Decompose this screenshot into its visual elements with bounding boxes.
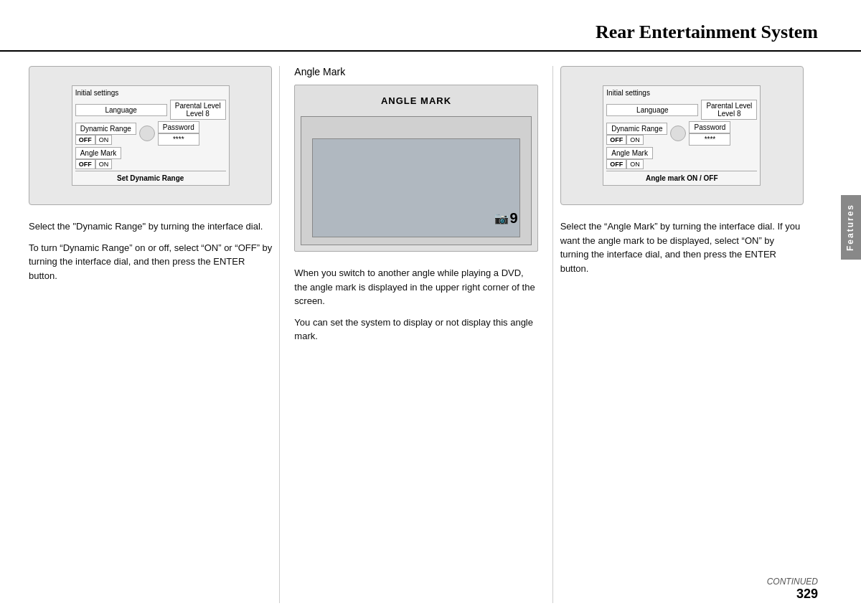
mid-heading: Angle Mark xyxy=(294,66,537,77)
left-col-group: Dynamic Range OFF ON xyxy=(75,123,136,145)
left-angle-group: Angle Mark OFF ON xyxy=(75,147,122,169)
page-header: Rear Entertainment System xyxy=(0,0,861,52)
right-dial xyxy=(670,125,686,141)
inner-screen xyxy=(312,138,519,237)
left-row-2: Dynamic Range OFF ON Password **** xyxy=(75,121,226,146)
left-off2-btn[interactable]: OFF xyxy=(75,159,95,169)
right-column: Initial settings Language Parental Level… xyxy=(553,66,832,603)
parental-cell: Parental Level Level 8 xyxy=(170,100,226,120)
left-para1: Select the "Dynamic Range" by turning th… xyxy=(29,219,272,234)
features-sidebar-tab: Features xyxy=(841,195,861,260)
left-password-label: Password xyxy=(158,121,199,133)
left-angle-label: Angle Mark xyxy=(75,147,122,159)
left-center-label: Set Dynamic Range xyxy=(75,174,226,182)
right-angle-label: Angle Mark xyxy=(606,147,653,159)
right-para1: Select the “Angle Mark” by turning the i… xyxy=(560,219,804,275)
parental-label: Parental Level xyxy=(175,102,221,110)
camera-icon: 📷 xyxy=(494,212,509,225)
left-row-1: Language Parental Level Level 8 xyxy=(75,100,226,120)
left-settings-panel: Initial settings Language Parental Level… xyxy=(72,85,230,186)
right-password-group: Password **** xyxy=(689,121,730,146)
right-settings-panel: Initial settings Language Parental Level… xyxy=(603,85,761,186)
right-off-btn[interactable]: OFF xyxy=(606,135,626,145)
right-off2-btn[interactable]: OFF xyxy=(606,159,626,169)
parental-value: Level 8 xyxy=(175,110,221,118)
left-on2-btn[interactable]: ON xyxy=(95,159,113,169)
right-toggle-group-2: OFF ON xyxy=(606,159,653,169)
angle-number: 9 xyxy=(510,210,518,227)
right-dynamic-range-cell: Dynamic Range xyxy=(606,123,667,135)
mid-screen-box: ANGLE MARK 📷 9 xyxy=(294,85,537,252)
right-on-btn[interactable]: ON xyxy=(626,135,644,145)
continued-label: CONTINUED xyxy=(767,577,818,587)
left-screen-box: Initial settings Language Parental Level… xyxy=(29,66,272,205)
left-column: Initial settings Language Parental Level… xyxy=(29,66,279,603)
right-col-group: Dynamic Range OFF ON xyxy=(606,123,667,145)
right-row-3: Angle Mark OFF ON xyxy=(606,147,757,169)
language-cell: Language xyxy=(75,104,167,116)
left-toggle-group-2: OFF ON xyxy=(75,159,122,169)
left-password-group: Password **** xyxy=(158,121,199,146)
angle-screen-label: ANGLE MARK xyxy=(301,91,531,110)
right-panel-title: Initial settings xyxy=(606,89,757,97)
angle-screen: 📷 9 xyxy=(301,116,531,245)
right-parental-cell: Parental Level Level 8 xyxy=(701,100,757,120)
page-title: Rear Entertainment System xyxy=(43,22,818,43)
right-parental-label: Parental Level xyxy=(706,102,752,110)
right-row-2: Dynamic Range OFF ON Password **** xyxy=(606,121,757,146)
right-on2-btn[interactable]: ON xyxy=(626,159,644,169)
right-parental-value: Level 8 xyxy=(706,110,752,118)
left-row-3: Angle Mark OFF ON xyxy=(75,147,226,169)
mid-column: Angle Mark ANGLE MARK 📷 9 When you switc… xyxy=(279,66,552,603)
right-screen-box: Initial settings Language Parental Level… xyxy=(560,66,804,205)
left-off-btn[interactable]: OFF xyxy=(75,135,95,145)
left-divider xyxy=(75,171,226,171)
mid-para1: When you switch to another angle while p… xyxy=(294,266,537,308)
right-password-value: **** xyxy=(689,133,730,146)
content-area: Initial settings Language Parental Level… xyxy=(0,52,861,603)
left-password-value: **** xyxy=(158,133,199,146)
right-row-1: Language Parental Level Level 8 xyxy=(606,100,757,120)
right-language-cell: Language xyxy=(606,104,698,116)
right-toggle-group: OFF ON xyxy=(606,135,667,145)
page-number: 329 xyxy=(767,587,818,602)
right-password-label: Password xyxy=(689,121,730,133)
page-footer: CONTINUED 329 xyxy=(767,577,818,602)
angle-icon-group: 📷 9 xyxy=(494,210,518,227)
dynamic-range-cell: Dynamic Range xyxy=(75,123,136,135)
right-divider xyxy=(606,171,757,171)
left-panel-title: Initial settings xyxy=(75,89,226,97)
left-dial xyxy=(139,125,155,141)
left-toggle-group: OFF ON xyxy=(75,135,136,145)
left-para2: To turn “Dynamic Range” on or off, selec… xyxy=(29,241,272,283)
right-center-label: Angle mark ON / OFF xyxy=(606,174,757,182)
left-on-btn[interactable]: ON xyxy=(95,135,113,145)
right-angle-group: Angle Mark OFF ON xyxy=(606,147,653,169)
mid-para2: You can set the system to display or not… xyxy=(294,316,537,343)
